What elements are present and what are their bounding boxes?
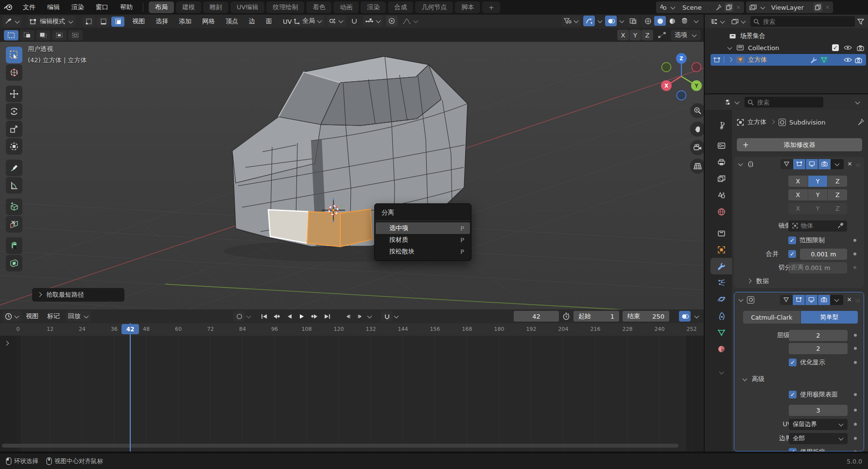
flip-axis-x[interactable]: X (788, 203, 808, 214)
modifier-wrench-icon[interactable] (810, 56, 817, 63)
snap-target-dropdown[interactable] (363, 16, 383, 26)
pin-icon[interactable] (715, 4, 722, 11)
animate-dot[interactable] (853, 239, 856, 242)
mirror-data-section[interactable]: 数据 (734, 275, 864, 287)
viewport-menu-face[interactable]: 面 (261, 17, 277, 26)
select-set-new[interactable] (4, 30, 18, 40)
workspace-tab-compositing[interactable]: 合成 (388, 1, 413, 13)
selected-face[interactable] (307, 212, 340, 247)
viewlayer-name[interactable]: ViewLayer (771, 4, 804, 11)
close-icon[interactable]: ✕ (825, 4, 830, 11)
catmull-clark-button[interactable]: Catmull-Clark (743, 311, 801, 324)
zoom-icon[interactable] (690, 103, 704, 118)
viewport-menu-select[interactable]: 选择 (151, 17, 173, 26)
properties-tab-object[interactable] (711, 241, 732, 258)
timeline-editor-type-button[interactable] (3, 311, 21, 322)
tool-annotate[interactable] (6, 160, 22, 176)
workspace-tab-geometry-nodes[interactable]: 几何节点 (415, 1, 453, 13)
properties-tab-material[interactable] (711, 341, 732, 357)
mirror-axis-z[interactable]: Z (828, 176, 847, 187)
workspace-tab-uv[interactable]: UV编辑 (230, 1, 264, 13)
flip-axis-z[interactable]: Z (828, 203, 847, 214)
expand-icon[interactable] (728, 57, 733, 62)
gizmo-z-neg-axis[interactable] (677, 91, 686, 100)
outliner-search-input[interactable] (762, 18, 852, 26)
properties-search-input[interactable] (756, 98, 820, 107)
toggle-edit-mode-icon[interactable] (793, 159, 806, 169)
end-frame-field[interactable]: 结束 250 (623, 311, 669, 322)
tool-scale[interactable] (6, 121, 22, 137)
menu-window[interactable]: 窗口 (90, 0, 114, 15)
viewlayer-icon[interactable] (749, 4, 757, 11)
levels-viewport-field[interactable]: 2 (789, 330, 848, 341)
properties-tab-modifiers[interactable] (711, 258, 732, 274)
menu-file[interactable]: 文件 (17, 0, 41, 15)
simple-button[interactable]: 简单型 (801, 311, 858, 324)
mirror-object-field[interactable]: 物体 (788, 220, 847, 232)
breadcrumb-modifier[interactable]: Subdivision (789, 119, 826, 126)
snap-playhead-toggle[interactable] (381, 311, 393, 322)
workspace-tab-animation[interactable]: 动画 (333, 1, 359, 13)
animate-dot[interactable] (854, 423, 857, 426)
outliner-row-collection[interactable]: Collection ✓ (705, 42, 868, 54)
menu-item-by-loose-parts[interactable]: 按松散块 P (376, 246, 470, 257)
eye-icon[interactable] (844, 57, 852, 63)
editor-type-button[interactable] (3, 16, 22, 27)
timeline-menu-playback[interactable]: 回放 (66, 311, 91, 322)
add-modifier-button[interactable]: + 添加修改器 (737, 138, 862, 151)
uv-smooth-dropdown[interactable]: 保留边界 (789, 419, 848, 430)
mirror-y-button[interactable]: Y (629, 30, 641, 40)
viewport-menu-vertex[interactable]: 顶点 (221, 17, 243, 26)
properties-tab-view-layer[interactable] (711, 170, 732, 187)
quality-field[interactable]: 3 (789, 405, 848, 416)
overlays-dropdown[interactable] (605, 16, 617, 26)
properties-options-dropdown[interactable] (851, 97, 863, 108)
workspace-tab-modeling[interactable]: 建模 (176, 1, 201, 13)
toggle-edit-cage-icon[interactable] (781, 159, 793, 169)
tool-transform[interactable] (6, 138, 22, 155)
modifier-extras-dropdown[interactable] (831, 295, 843, 305)
scene-name[interactable]: Scene (682, 4, 702, 11)
proportional-falloff-dropdown[interactable] (400, 16, 420, 26)
playhead-label[interactable]: 42 (122, 324, 139, 334)
toggle-render-icon[interactable] (818, 295, 831, 305)
toggle-render-icon[interactable] (818, 159, 831, 169)
properties-tab-particles[interactable] (711, 274, 732, 291)
shading-wireframe-button[interactable] (642, 16, 654, 26)
tool-move[interactable] (6, 86, 22, 102)
animate-dot[interactable] (854, 393, 857, 396)
animate-dot[interactable] (854, 334, 857, 337)
select-set-intersect[interactable] (68, 30, 83, 40)
tool-cursor[interactable] (6, 64, 22, 81)
chevron-down-icon[interactable] (394, 313, 399, 318)
properties-tab-scene[interactable] (711, 187, 732, 203)
bisect-axis-y[interactable]: Y (808, 189, 828, 200)
ortho-grid-icon[interactable] (690, 159, 704, 174)
subdivision-modifier-header[interactable]: ✕ (734, 292, 864, 307)
properties-editor-type-button[interactable] (723, 97, 742, 108)
camera-view-icon[interactable] (690, 140, 704, 155)
shading-material-button[interactable] (666, 16, 678, 26)
timeline-overlay-toggle[interactable] (679, 311, 691, 322)
chevron-down-icon[interactable] (694, 313, 699, 318)
visibility-filter-dropdown[interactable] (562, 16, 581, 26)
tool-inset-faces[interactable] (6, 255, 22, 271)
menu-help[interactable]: 帮助 (115, 0, 138, 15)
copy-icon[interactable] (814, 3, 822, 12)
collapse-icon[interactable] (728, 45, 732, 50)
mesh-data-icon[interactable] (820, 56, 828, 63)
merge-field[interactable]: 0.001 m (800, 249, 847, 260)
shading-solid-button[interactable] (654, 16, 666, 26)
tool-options-dropdown[interactable]: 选项 (671, 30, 701, 40)
animate-dot[interactable] (854, 409, 857, 412)
properties-tab-world[interactable] (711, 203, 732, 220)
boundary-smooth-dropdown[interactable]: 全部 (789, 433, 848, 444)
delete-modifier-icon[interactable]: ✕ (847, 161, 852, 167)
gizmos-dropdown[interactable] (583, 16, 595, 26)
playhead-line[interactable] (130, 323, 131, 451)
toggle-realtime-icon[interactable] (805, 295, 818, 305)
timeline-menu-marker[interactable]: 标记 (43, 312, 64, 321)
mirror-z-button[interactable]: Z (642, 30, 653, 40)
gizmo-x-neg-axis[interactable] (692, 63, 701, 72)
select-set-invert[interactable] (52, 30, 67, 40)
